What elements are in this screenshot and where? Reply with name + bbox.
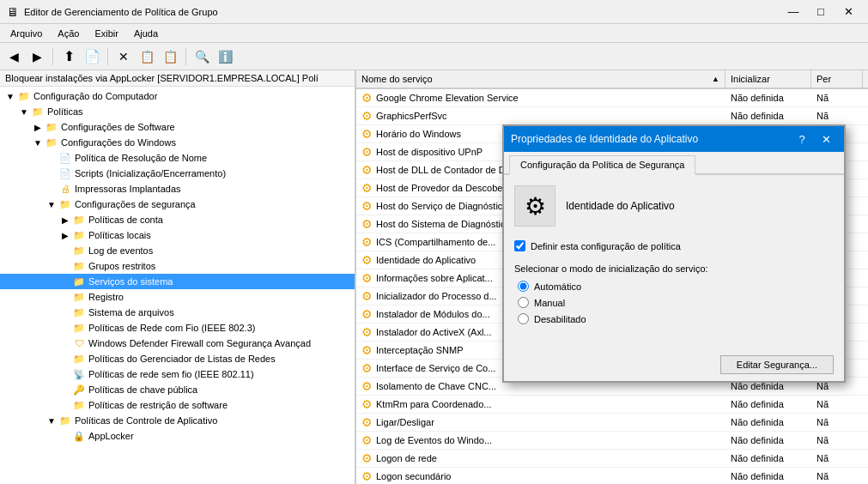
maximize-button[interactable]: □ (808, 3, 834, 21)
list-row[interactable]: ⚙ Google Chrome Elevation Service Não de… (356, 89, 868, 107)
tree-toggle[interactable]: ▼ (31, 136, 45, 149)
dialog-titlebar: Propriedades de Identidade do Aplicativo… (504, 126, 844, 152)
dialog-titlebar-controls: ? ✕ (791, 130, 837, 148)
tree-item-config-computador[interactable]: ▼ 📁 Configuração do Computador (0, 88, 355, 104)
edit-security-button[interactable]: Editar Segurança... (720, 355, 834, 374)
tree-toggle[interactable]: ▶ (58, 213, 72, 227)
tree-item-config-seguranca[interactable]: ▼ 📁 Configurações de segurança (0, 197, 355, 212)
service-icon: ⚙ (361, 289, 373, 303)
dialog-help-button[interactable]: ? (791, 130, 813, 148)
tree-item-politicas-controle[interactable]: ▼ 📁 Políticas de Controle de Aplicativo (0, 413, 355, 428)
menu-exibir[interactable]: Exibir (88, 27, 125, 40)
folder-icon: 📄 (58, 166, 72, 180)
define-policy-checkbox[interactable] (514, 240, 525, 251)
list-row[interactable]: ⚙ KtmRm para Coordenado... Não definida … (356, 396, 868, 414)
tree-item-windows-defender[interactable]: 🛡 Windows Defender Firewall com Seguranç… (0, 336, 355, 351)
tree-toggle-empty (58, 244, 72, 257)
toolbar-search[interactable]: 🔍 (191, 46, 212, 67)
tree-toggle[interactable]: ▼ (45, 197, 58, 211)
tree-toggle-empty (58, 383, 72, 396)
toolbar-forward[interactable]: ▶ (27, 46, 47, 67)
folder-icon: 📁 (72, 352, 86, 366)
dialog-radio-automatico: Automático (518, 281, 834, 292)
tree-item-politicas-gerenciador[interactable]: 📁 Políticas do Gerenciador de Listas de … (0, 351, 355, 366)
cell-name: ⚙ Logon de rede (356, 451, 725, 466)
service-icon: ⚙ (361, 127, 373, 141)
service-name-text: Host do Serviço de Diagnóstico (376, 201, 507, 211)
cell-per: Nã (811, 92, 863, 104)
close-button[interactable]: ✕ (835, 3, 861, 21)
folder-icon: 📡 (72, 367, 86, 381)
radio-automatico[interactable] (518, 281, 529, 292)
toolbar-up[interactable]: ⬆ (58, 46, 79, 67)
menu-acao[interactable]: Ação (51, 27, 86, 40)
tree-item-registro[interactable]: 📁 Registro (0, 289, 355, 305)
tree-item-sistema-arquivos[interactable]: 📁 Sistema de arquivos (0, 305, 355, 320)
cell-name: ⚙ GraphicsPerfSvc (356, 108, 725, 124)
cell-init: Não definida (725, 416, 811, 428)
tree-item-politicas-rede-fio[interactable]: 📁 Políticas de Rede com Fio (IEEE 802.3) (0, 320, 355, 336)
list-row[interactable]: ⚙ Logon secundário Não definida Nã (356, 468, 868, 484)
col-header-init[interactable]: Inicializar (725, 70, 811, 88)
list-row[interactable]: ⚙ Ligar/Desligar Não definida Nã (356, 414, 868, 432)
toolbar-info[interactable]: ℹ️ (215, 46, 235, 67)
dialog-radio-desabilitado: Desabilitado (518, 313, 834, 324)
folder-icon: 📁 (72, 321, 86, 335)
tree-toggle[interactable]: ▶ (31, 120, 45, 134)
tree-label: Políticas de rede sem fio (IEEE 802.11) (88, 369, 254, 379)
toolbar-back[interactable]: ◀ (3, 46, 24, 67)
toolbar-show[interactable]: 📄 (82, 46, 102, 67)
tree-label: AppLocker (88, 431, 134, 441)
tree-item-log-eventos[interactable]: 📁 Log de eventos (0, 243, 355, 258)
title-bar: 🖥 Editor de Gerenciamento de Política de… (0, 0, 868, 24)
folder-icon: 📄 (58, 151, 72, 165)
tree-toggle[interactable]: ▼ (45, 414, 58, 427)
tree-item-politicas-restricao[interactable]: 📁 Políticas de restrição de software (0, 397, 355, 413)
radio-manual-label: Manual (534, 298, 565, 308)
col-header-name[interactable]: Nome do serviço ▲ (356, 70, 725, 88)
toolbar-delete[interactable]: ✕ (113, 46, 134, 67)
tree-item-scripts[interactable]: 📄 Scripts (Inicialização/Encerramento) (0, 166, 355, 181)
dialog-service-header: ⚙ Identidade do Aplicativo (514, 185, 834, 227)
dialog[interactable]: Propriedades de Identidade do Aplicativo… (502, 124, 846, 383)
tree-item-politicas-chave-publica[interactable]: 🔑 Políticas de chave pública (0, 382, 355, 397)
toolbar-properties[interactable]: 📋 (137, 46, 157, 67)
minimize-button[interactable]: — (780, 3, 806, 21)
toolbar-copy[interactable]: 📋 (160, 46, 180, 67)
window-title: Editor de Gerenciamento de Política de G… (24, 7, 218, 17)
tree-container[interactable]: ▼ 📁 Configuração do Computador ▼ 📁 Polít… (0, 87, 355, 484)
cell-per: Nã (811, 110, 863, 122)
service-icon: ⚙ (361, 271, 373, 285)
folder-icon: 🔑 (72, 383, 86, 396)
tree-item-servicos-sistema[interactable]: 📁 Serviços do sistema (0, 274, 355, 289)
tree-item-politicas-conta[interactable]: ▶ 📁 Políticas de conta (0, 212, 355, 227)
menu-arquivo[interactable]: Arquivo (3, 27, 49, 40)
tree-item-config-windows[interactable]: ▼ 📁 Configurações do Windows (0, 135, 355, 150)
dialog-tab-security[interactable]: Configuração da Política de Segurança (509, 155, 695, 175)
service-icon: ⚙ (361, 109, 373, 123)
tree-item-politicas[interactable]: ▼ 📁 Políticas (0, 104, 355, 119)
service-icon: ⚙ (361, 235, 373, 249)
cell-per: Nã (811, 398, 863, 410)
tree-item-politicas-locais[interactable]: ▶ 📁 Políticas locais (0, 227, 355, 243)
tree-toggle[interactable]: ▼ (3, 89, 17, 103)
service-icon: ⚙ (361, 325, 373, 339)
tree-item-grupos-restritos[interactable]: 📁 Grupos restritos (0, 258, 355, 274)
tree-item-politica-resolucao[interactable]: 📄 Política de Resolução de Nome (0, 150, 355, 166)
tree-toggle[interactable]: ▼ (17, 105, 31, 118)
menu-ajuda[interactable]: Ajuda (127, 27, 165, 40)
list-row[interactable]: ⚙ GraphicsPerfSvc Não definida Nã (356, 107, 868, 125)
col-header-per[interactable]: Per (811, 70, 863, 88)
list-header: Nome do serviço ▲ Inicializar Per (356, 70, 868, 89)
tree-item-applocker[interactable]: 🔒 AppLocker (0, 428, 355, 444)
list-row[interactable]: ⚙ Logon de rede Não definida Nã (356, 450, 868, 468)
tree-label: Políticas (47, 106, 83, 117)
tree-item-config-software[interactable]: ▶ 📁 Configurações de Software (0, 119, 355, 135)
radio-desabilitado[interactable] (518, 313, 529, 324)
tree-toggle[interactable]: ▶ (58, 228, 72, 242)
tree-item-impressoras[interactable]: 🖨 Impressoras Implantadas (0, 181, 355, 197)
list-row[interactable]: ⚙ Log de Eventos do Windo... Não definid… (356, 432, 868, 450)
radio-manual[interactable] (518, 297, 529, 308)
dialog-close-button[interactable]: ✕ (815, 130, 837, 148)
tree-item-politicas-rede-sem-fio[interactable]: 📡 Políticas de rede sem fio (IEEE 802.11… (0, 366, 355, 382)
